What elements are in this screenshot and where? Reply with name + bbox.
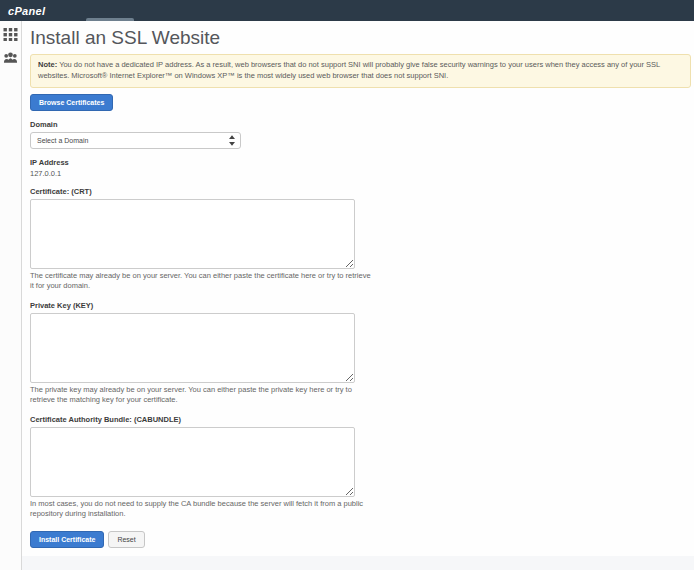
browse-certificates-button[interactable]: Browse Certificates: [30, 94, 113, 111]
private-key-textarea[interactable]: [30, 313, 355, 383]
certificate-textarea[interactable]: [30, 199, 355, 269]
ip-address-value: 127.0.0.1: [30, 169, 691, 178]
ca-bundle-help-text: In most cases, you do not need to supply…: [30, 499, 375, 520]
sni-warning-note: Note: You do not have a dedicated IP add…: [30, 54, 691, 88]
private-key-help-text: The private key may already be on your s…: [30, 385, 375, 406]
note-text: You do not have a dedicated IP address. …: [38, 60, 660, 80]
select-stepper-icon: [229, 135, 235, 146]
certificate-help-text: The certificate may already be on your s…: [30, 271, 375, 292]
header-highlight: [86, 18, 134, 21]
form-actions: Install Certificate Reset: [30, 531, 691, 548]
domain-label: Domain: [30, 120, 691, 129]
left-sidebar: [0, 21, 22, 570]
private-key-label: Private Key (KEY): [30, 301, 691, 310]
reset-button[interactable]: Reset: [108, 531, 144, 548]
domain-select-value: Select a Domain: [37, 137, 88, 144]
page-footer: ←Return to SSL Manager: [22, 556, 694, 570]
cpanel-logo: cPanel: [8, 5, 45, 17]
users-icon[interactable]: [3, 51, 18, 65]
top-bar: cPanel: [0, 0, 694, 21]
note-label: Note:: [38, 60, 57, 69]
ca-bundle-textarea[interactable]: [30, 427, 355, 497]
ip-address-label: IP Address: [30, 158, 691, 167]
grid-icon[interactable]: [3, 27, 18, 41]
domain-select[interactable]: Select a Domain: [30, 132, 241, 149]
certificate-label: Certificate: (CRT): [30, 187, 691, 196]
install-ssl-form: Install an SSL Website Note: You do not …: [22, 21, 694, 556]
ca-bundle-label: Certificate Authority Bundle: (CABUNDLE): [30, 415, 691, 424]
page-title: Install an SSL Website: [30, 27, 691, 49]
install-certificate-button[interactable]: Install Certificate: [30, 531, 104, 548]
